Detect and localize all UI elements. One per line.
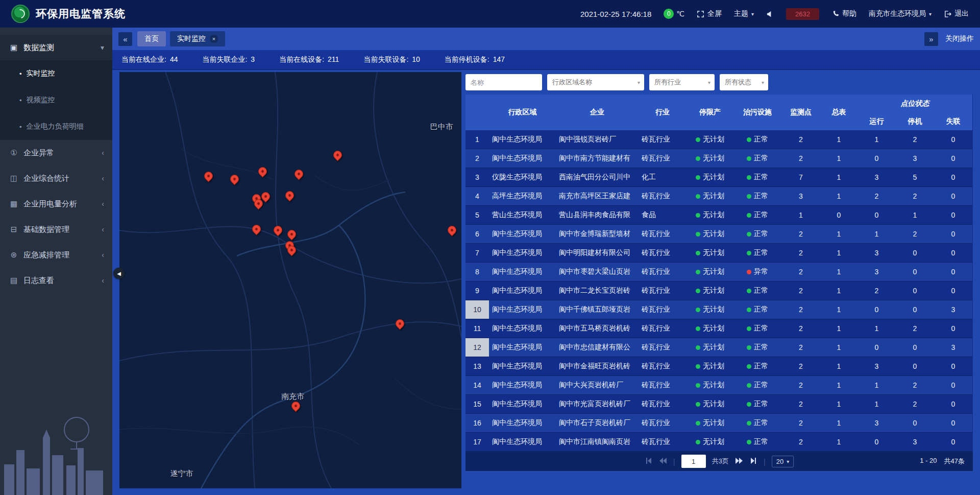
cell-stopped: 0 [896,300,934,319]
tab-home[interactable]: 首页 [137,31,166,46]
status-filter-select[interactable]: 所有状态▾ [720,74,768,90]
cell-company: 阆中大兴页岩机砖厂 [556,376,639,395]
status-dot-icon [747,251,751,255]
logout-icon [944,10,951,18]
table-row[interactable]: 17阆中生态环境局阆中市江南镇阆南页岩砖瓦行业无计划正常21030 [465,433,972,452]
table-row[interactable]: 3仪陇生态环境局西南油气田分公司川中化工无计划正常71350 [465,168,972,187]
map-marker-icon[interactable] [287,246,297,258]
sidebar-subitem[interactable]: •企业电力负荷明细 [0,113,112,140]
first-page-button[interactable] [645,457,653,466]
column-header-point-status: 点位状态 [857,95,972,113]
treatment-label: 正常 [754,437,768,445]
map-marker-icon[interactable] [333,151,342,163]
name-filter-input[interactable] [465,74,542,90]
last-page-button[interactable] [749,457,757,466]
table-row[interactable]: 4高坪生态环境局南充市高坪区王家店建砖瓦行业无计划正常31220 [465,187,972,206]
log-icon: ▤ [8,276,19,285]
row-number: 12 [465,338,489,357]
table-row[interactable]: 10阆中生态环境局阆中千佛镇五郎垭页岩砖瓦行业无计划正常21003 [465,300,972,319]
cell-stopped: 0 [896,414,934,433]
pin-shape [257,166,269,178]
page-size-select[interactable]: 20 ▾ [772,456,794,467]
table-row[interactable]: 2阆中生态环境局阆中市南方节能建材有砖瓦行业无计划正常21030 [465,149,972,168]
table-row[interactable]: 8阆中生态环境局阆中市枣碧大梁山页岩砖瓦行业无计划异常21300 [465,263,972,281]
map-marker-icon[interactable] [204,172,213,184]
map-marker-icon[interactable] [254,199,263,211]
cell-offline: 0 [934,395,972,414]
sidebar-item-emergency-reduction[interactable]: ⊛应急减排管理‹ [0,242,112,268]
page-number-input[interactable] [681,455,706,468]
cell-running: 0 [857,433,896,452]
tabs-scroll-left-button[interactable]: « [118,32,132,46]
stat-label: 当前在线设备: [279,55,324,64]
announcement-button[interactable] [766,10,774,18]
treatment-label: 正常 [754,173,768,181]
help-button[interactable]: 帮助 [831,9,856,18]
map-collapse-handle[interactable]: ◀ [113,268,125,279]
previous-page-button[interactable] [659,457,667,466]
logout-button[interactable]: 退出 [944,9,969,18]
org-dropdown[interactable]: 南充市生态环境局 ▾ [869,9,932,18]
sidebar-subitem[interactable]: •视频监控 [0,87,112,113]
status-dot-icon [696,289,700,293]
table-row[interactable]: 6阆中生态环境局阆中市金博瑞新型墙材砖瓦行业无计划正常21120 [465,225,972,244]
cell-treatment: 异常 [733,263,781,281]
cell-monitor-points: 2 [781,433,820,452]
tabs-scroll-right-button[interactable]: » [924,32,938,46]
sidebar-item-enterprise-abnormal[interactable]: ①企业异常‹ [0,140,112,166]
table-row[interactable]: 11阆中生态环境局阆中市五马桥页岩机砖砖瓦行业无计划正常21120 [465,319,972,338]
cell-monitor-points: 2 [781,357,820,376]
theme-dropdown[interactable]: 主题 ▾ [734,9,754,18]
region-filter-select[interactable]: 行政区域名称▾ [547,74,644,90]
table-row[interactable]: 1阆中生态环境局阆中强锐页岩砖厂砖瓦行业无计划正常21120 [465,130,972,149]
sidebar-item-enterprise-statistics[interactable]: ◫企业综合统计‹ [0,166,112,191]
pin-shape [332,149,344,161]
sidebar-subitem[interactable]: •实时监控 [0,60,112,87]
close-operations-button[interactable]: 关闭操作 [945,34,974,43]
org-name-label: 南充市生态环境局 [869,9,926,18]
sidebar-item-base-data-management[interactable]: ⊟基础数据管理‹ [0,217,112,242]
map-marker-icon[interactable] [396,319,405,332]
treatment-label: 正常 [754,135,768,143]
sidebar-item-data-monitor[interactable]: ▣数据监测▾ [0,35,112,60]
table-row[interactable]: 5营山生态环境局营山县润丰肉食品有限食品无计划正常10010 [465,206,972,225]
status-dot-icon [696,251,700,255]
cell-meters: 1 [820,338,857,357]
table-row[interactable]: 13阆中生态环境局阆中市金福旺页岩机砖砖瓦行业无计划正常21300 [465,357,972,376]
map-marker-icon[interactable] [287,230,297,242]
cell-offline: 0 [934,187,972,206]
fullscreen-button[interactable]: 全屏 [697,9,722,18]
cell-monitor-points: 2 [781,281,820,300]
next-page-button[interactable] [735,457,743,466]
alert-icon: ① [8,148,19,157]
table-row[interactable]: 12阆中生态环境局阆中市忠信建材有限公砖瓦行业无计划正常21003 [465,338,972,357]
map-marker-icon[interactable] [291,402,301,414]
sidebar-item-log-view[interactable]: ▤日志查看‹ [0,268,112,293]
industry-filter-select[interactable]: 所有行业▾ [649,74,715,90]
alarm-count-badge[interactable]: 2632 [786,8,819,20]
chevron-down-icon: ▾ [751,11,754,17]
table-row[interactable]: 14阆中生态环境局阆中大兴页岩机砖厂砖瓦行业无计划正常21120 [465,376,972,395]
table-row[interactable]: 16阆中生态环境局阆中市石子页岩机砖厂砖瓦行业无计划正常21300 [465,414,972,433]
column-header-index [465,95,489,130]
map-marker-icon[interactable] [295,170,304,182]
treatment-label: 正常 [754,229,768,238]
cell-treatment: 正常 [733,244,781,263]
map-panel[interactable]: 巴中市南充市遂宁市 [119,72,461,488]
map-marker-icon[interactable] [258,167,267,179]
sidebar-item-power-usage-analysis[interactable]: ▦企业用电量分析‹ [0,191,112,217]
table-row[interactable]: 7阆中生态环境局阆中明阳建材有限公司砖瓦行业无计划正常21300 [465,244,972,263]
cell-company: 阆中市五马桥页岩机砖 [556,319,639,338]
stop-production-label: 无计划 [703,305,724,313]
close-icon[interactable]: × [210,35,218,43]
tab-realtime-monitor[interactable]: 实时监控× [170,31,225,46]
app-root: 环保用电监管系统 2021-02-25 17:46:18 0 ℃ 全屏 主题 ▾… [0,0,980,495]
map-marker-icon[interactable] [230,175,239,187]
map-marker-icon[interactable] [448,226,457,238]
table-row[interactable]: 9阆中生态环境局阆中市二龙长宝页岩砖砖瓦行业无计划正常21200 [465,281,972,300]
map-marker-icon[interactable] [252,225,261,237]
datetime-label: 2021-02-25 17:46:18 [580,10,651,18]
map-marker-icon[interactable] [274,226,283,238]
map-marker-icon[interactable] [285,191,295,203]
table-row[interactable]: 15阆中生态环境局阆中市光富页岩机砖厂砖瓦行业无计划正常21120 [465,395,972,414]
